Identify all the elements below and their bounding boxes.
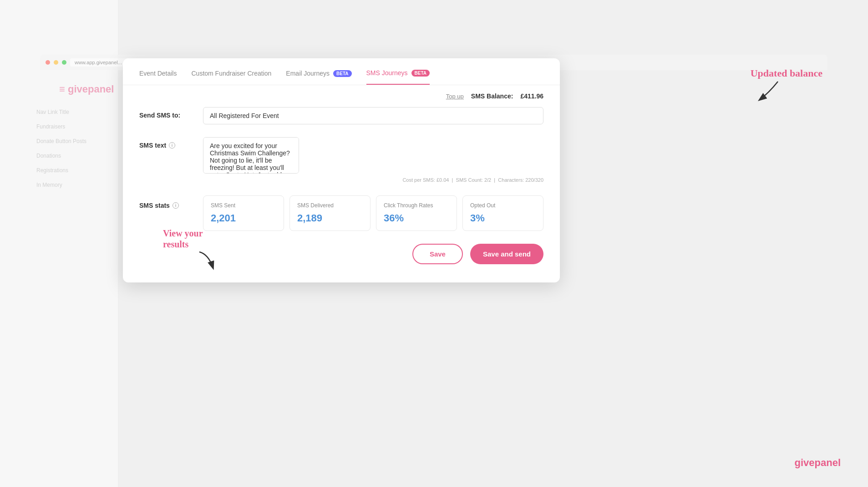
characters-count: Characters: 220/320 — [498, 177, 543, 183]
sms-text-input[interactable] — [203, 137, 299, 174]
updated-balance-arrow — [751, 79, 787, 102]
browser-min-dot — [54, 60, 58, 65]
form-section: Send SMS to: SMS text i Cost per SMS: £0… — [123, 107, 560, 231]
tab-sms-journeys-label: SMS Journeys — [366, 69, 408, 77]
nav-item-5: Registrations — [36, 163, 86, 178]
nav-item-1: Nav Link Title — [36, 105, 86, 119]
stat-card-ctr: Click Through Rates 36% — [376, 195, 457, 231]
stat-card-optout-label: Opted Out — [470, 202, 536, 209]
sms-stats-info-icon[interactable]: i — [173, 202, 179, 209]
sms-text-row: SMS text i Cost per SMS: £0.04 | SMS Cou… — [139, 137, 543, 183]
tab-custom-fundraiser-label: Custom Fundraiser Creation — [191, 70, 271, 77]
sms-text-wrapper: Cost per SMS: £0.04 | SMS Count: 2/2 | C… — [203, 137, 543, 183]
browser-max-dot — [62, 60, 66, 65]
tab-event-details[interactable]: Event Details — [139, 70, 177, 84]
nav-item-3: Donate Button Posts — [36, 134, 86, 149]
sms-text-label: SMS text i — [139, 137, 203, 149]
nav-item-6: In Memory — [36, 178, 86, 192]
sms-stats-label: SMS stats i — [139, 195, 203, 209]
browser-close-dot — [46, 60, 50, 65]
sidebar-nav: Nav Link Title Fundraisers Donate Button… — [36, 105, 86, 192]
stat-card-sent-label: SMS Sent — [211, 202, 276, 209]
sms-text-info-icon[interactable]: i — [169, 142, 175, 149]
nav-item-4: Donations — [36, 149, 86, 163]
stat-card-sent-value: 2,201 — [211, 212, 276, 224]
brand-footer: givepanel — [795, 457, 841, 469]
stats-cards-container: SMS Sent 2,201 SMS Delivered 2,189 Click… — [203, 195, 543, 231]
sms-stats-row: SMS stats i SMS Sent 2,201 SMS Delivered… — [139, 195, 543, 231]
sidebar-background — [0, 0, 118, 487]
sms-journeys-badge: BETA — [411, 70, 430, 77]
balance-row: Top up SMS Balance: £411.96 — [123, 85, 560, 107]
stat-card-ctr-value: 36% — [384, 212, 449, 224]
cost-per-sms: Cost per SMS: £0.04 — [402, 177, 449, 183]
stat-card-delivered: SMS Delivered 2,189 — [289, 195, 371, 231]
sms-balance-label: SMS Balance: — [471, 92, 513, 100]
stat-card-ctr-label: Click Through Rates — [384, 202, 449, 209]
stat-card-optout-value: 3% — [470, 212, 536, 224]
send-sms-row: Send SMS to: — [139, 107, 543, 124]
updated-balance-annotation: Updated balance — [751, 67, 822, 104]
send-sms-input[interactable] — [203, 107, 543, 124]
email-journeys-badge: BETA — [333, 70, 351, 77]
tab-event-details-label: Event Details — [139, 70, 177, 77]
tab-bar: Event Details Custom Fundraiser Creation… — [123, 58, 560, 85]
nav-item-2: Fundraisers — [36, 119, 86, 134]
tab-custom-fundraiser[interactable]: Custom Fundraiser Creation — [191, 70, 271, 84]
stat-card-sent: SMS Sent 2,201 — [203, 195, 284, 231]
top-up-link[interactable]: Top up — [446, 93, 464, 100]
sidebar-logo: ≡ givepanel — [59, 83, 114, 95]
save-button[interactable]: Save — [412, 244, 463, 264]
tab-email-journeys[interactable]: Email Journeys BETA — [286, 70, 351, 84]
save-and-send-button[interactable]: Save and send — [470, 244, 543, 264]
stat-card-optout: Opted Out 3% — [462, 195, 543, 231]
stat-card-delivered-label: SMS Delivered — [297, 202, 363, 209]
sms-count: SMS Count: 2/2 — [456, 177, 492, 183]
main-modal: Event Details Custom Fundraiser Creation… — [123, 58, 560, 282]
stat-card-delivered-value: 2,189 — [297, 212, 363, 224]
action-row: Save Save and send — [123, 244, 560, 264]
sms-text-meta: Cost per SMS: £0.04 | SMS Count: 2/2 | C… — [203, 177, 543, 183]
send-sms-label: Send SMS to: — [139, 107, 203, 119]
sms-balance-value: £411.96 — [520, 92, 543, 100]
tab-sms-journeys[interactable]: SMS Journeys BETA — [366, 69, 430, 85]
tab-email-journeys-label: Email Journeys — [286, 70, 330, 77]
